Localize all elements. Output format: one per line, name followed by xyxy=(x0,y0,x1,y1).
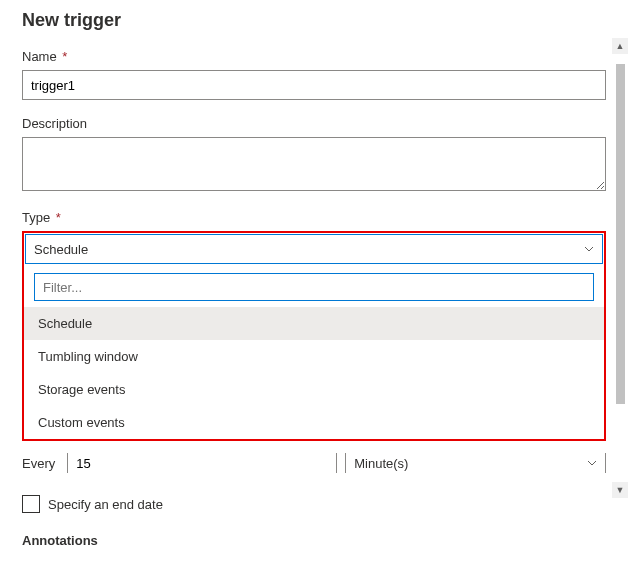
every-value-input[interactable] xyxy=(67,453,337,473)
every-unit-value: Minute(s) xyxy=(354,456,408,471)
type-label-text: Type xyxy=(22,210,50,225)
name-label-text: Name xyxy=(22,49,57,64)
type-option-custom[interactable]: Custom events xyxy=(24,406,604,439)
scroll-thumb[interactable] xyxy=(616,64,625,404)
type-select-value: Schedule xyxy=(34,242,88,257)
name-input[interactable] xyxy=(22,70,606,100)
end-date-checkbox[interactable] xyxy=(22,495,40,513)
description-field: Description xyxy=(22,116,606,194)
type-dropdown-highlight: Schedule Schedule Tumbling window Storag… xyxy=(22,231,606,441)
scroll-up-icon[interactable]: ▲ xyxy=(612,38,628,54)
name-label: Name * xyxy=(22,49,606,64)
type-option-tumbling[interactable]: Tumbling window xyxy=(24,340,604,373)
scroll-down-icon[interactable]: ▼ xyxy=(612,482,628,498)
type-label: Type * xyxy=(22,210,606,225)
description-label: Description xyxy=(22,116,606,131)
end-date-label: Specify an end date xyxy=(48,497,163,512)
type-select[interactable]: Schedule xyxy=(25,234,603,264)
type-option-storage[interactable]: Storage events xyxy=(24,373,604,406)
every-unit-select[interactable]: Minute(s) xyxy=(345,453,606,473)
type-option-schedule[interactable]: Schedule xyxy=(24,307,604,340)
end-date-row: Specify an end date xyxy=(22,495,606,513)
required-indicator: * xyxy=(56,210,61,225)
chevron-down-icon xyxy=(587,456,597,471)
required-indicator: * xyxy=(62,49,67,64)
every-row: Every Minute(s) xyxy=(22,453,606,473)
type-field: Type * Schedule Schedule Tumbling window… xyxy=(22,210,606,441)
type-filter-input[interactable] xyxy=(34,273,594,301)
page-title: New trigger xyxy=(22,10,606,31)
description-input[interactable] xyxy=(22,137,606,191)
every-label: Every xyxy=(22,456,55,471)
annotations-label: Annotations xyxy=(22,533,606,548)
type-dropdown-panel: Schedule Tumbling window Storage events … xyxy=(24,265,604,439)
chevron-down-icon xyxy=(584,242,594,257)
name-field: Name * xyxy=(22,49,606,100)
scrollbar-vertical[interactable]: ▲ ▼ xyxy=(612,38,628,498)
